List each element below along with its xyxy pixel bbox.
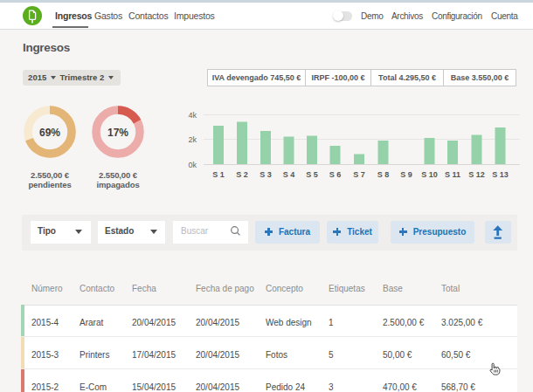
svg-text:S 7: S 7 bbox=[353, 170, 365, 179]
svg-text:S 4: S 4 bbox=[283, 170, 295, 179]
svg-text:S 3: S 3 bbox=[260, 170, 272, 179]
svg-text:S 10: S 10 bbox=[421, 170, 438, 179]
svg-text:S 1: S 1 bbox=[212, 170, 225, 179]
svg-text:S 12: S 12 bbox=[468, 170, 485, 179]
svg-text:S 8: S 8 bbox=[377, 170, 390, 179]
svg-text:S 9: S 9 bbox=[400, 170, 412, 179]
svg-text:S 11: S 11 bbox=[445, 170, 460, 179]
svg-text:0k: 0k bbox=[188, 161, 197, 169]
svg-text:S 6: S 6 bbox=[329, 170, 342, 179]
svg-text:S 13: S 13 bbox=[492, 170, 509, 179]
svg-text:4k: 4k bbox=[188, 111, 197, 120]
svg-text:S 5: S 5 bbox=[306, 170, 318, 179]
svg-text:S 2: S 2 bbox=[236, 170, 248, 179]
svg-text:2k: 2k bbox=[188, 135, 197, 144]
